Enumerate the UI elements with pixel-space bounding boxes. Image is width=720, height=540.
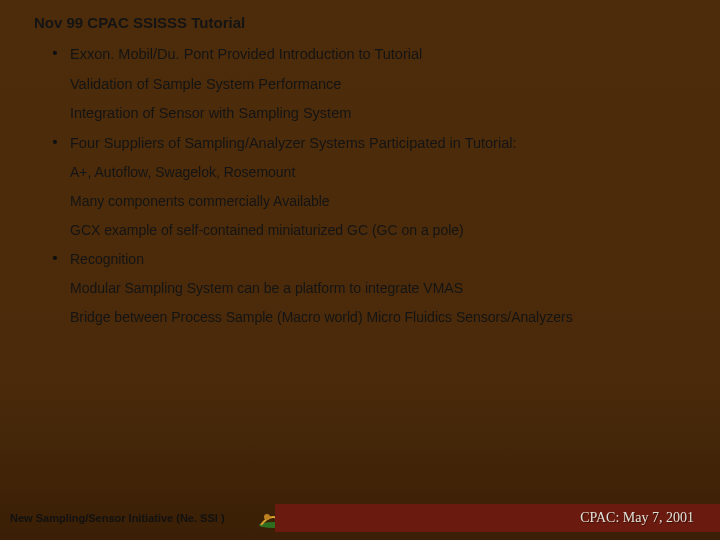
bullet-text: Four Suppliers of Sampling/Analyzer Syst… (70, 134, 516, 154)
bullet-text: Recognition (70, 250, 144, 269)
sub-text: A+, Autoflow, Swagelok, Rosemount (70, 163, 692, 182)
sub-text: Validation of Sample System Performance (70, 75, 692, 95)
slide: Nov 99 CPAC SSISSS Tutorial • Exxon. Mob… (0, 0, 720, 540)
bullet-text: Exxon. Mobil/Du. Pont Provided Introduct… (70, 45, 422, 65)
bullet-row: • Recognition (40, 250, 692, 269)
svg-point-1 (264, 514, 270, 520)
sub-text: Many components commercially Available (70, 192, 692, 211)
bullet-dot: • (40, 250, 70, 266)
sub-text: GCX example of self-contained miniaturiz… (70, 221, 692, 240)
bullet-dot: • (40, 45, 70, 61)
footer-stripe: CPAC: May 7, 2001 (275, 504, 720, 532)
bullet-dot: • (40, 134, 70, 150)
footer-left-text: New Sampling/Sensor Initiative (Ne. SSI … (10, 512, 225, 524)
sub-text: Integration of Sensor with Sampling Syst… (70, 104, 692, 124)
bullet-row: • Four Suppliers of Sampling/Analyzer Sy… (40, 134, 692, 154)
sub-text: Modular Sampling System can be a platfor… (70, 279, 692, 298)
footer-right-text: CPAC: May 7, 2001 (580, 510, 694, 526)
sub-text: Bridge between Process Sample (Macro wor… (70, 308, 692, 327)
bullet-row: • Exxon. Mobil/Du. Pont Provided Introdu… (40, 45, 692, 65)
slide-title: Nov 99 CPAC SSISSS Tutorial (34, 14, 692, 31)
footer: New Sampling/Sensor Initiative (Ne. SSI … (0, 504, 720, 532)
